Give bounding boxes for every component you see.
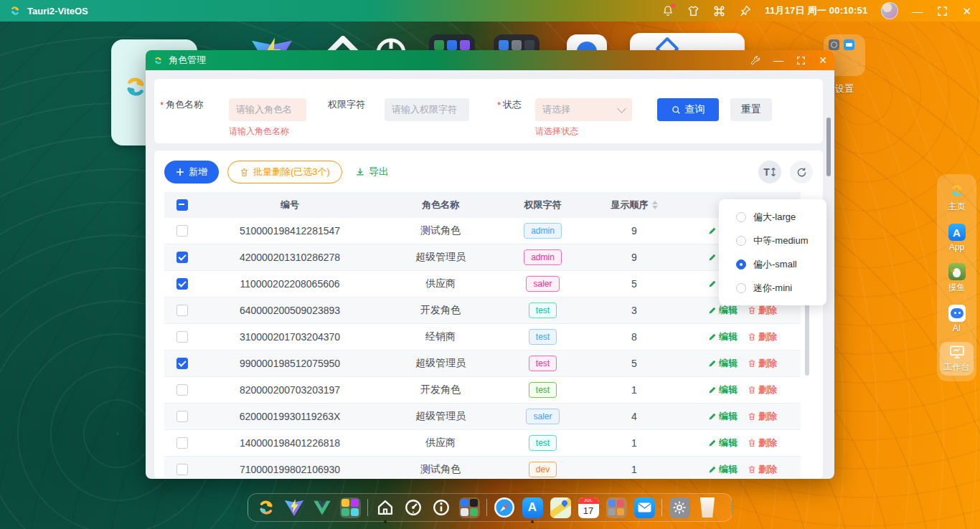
edit-button[interactable]: 编辑 bbox=[708, 304, 738, 317]
window-scrollbar[interactable] bbox=[826, 118, 831, 176]
row-name: 超级管理员 bbox=[380, 357, 501, 370]
role-name-input[interactable]: 请输入角色名 bbox=[229, 98, 306, 121]
sidebar-item-app[interactable]: A App bbox=[940, 221, 974, 254]
permission-tag: test bbox=[529, 356, 557, 371]
calendar-icon[interactable]: JUL17 bbox=[578, 497, 599, 518]
row-checkbox[interactable] bbox=[176, 252, 188, 263]
home-icon[interactable] bbox=[374, 497, 396, 518]
select-all-checkbox[interactable] bbox=[176, 199, 188, 211]
trash-icon[interactable] bbox=[697, 497, 718, 518]
row-checkbox[interactable] bbox=[176, 225, 188, 237]
search-button[interactable]: 查询 bbox=[657, 98, 719, 121]
delete-button-label: 删除 bbox=[758, 304, 777, 317]
delete-button[interactable]: 删除 bbox=[748, 410, 777, 423]
app-store-icon[interactable]: A bbox=[522, 497, 543, 518]
refresh-icon[interactable] bbox=[790, 161, 813, 184]
mail-icon[interactable] bbox=[633, 497, 655, 518]
batch-delete-button[interactable]: 批量删除(已选3个) bbox=[227, 161, 342, 184]
launchpad-folder-icon[interactable] bbox=[606, 497, 627, 518]
permission-input[interactable]: 请输入权限字符 bbox=[385, 98, 469, 121]
delete-button[interactable]: 删除 bbox=[748, 330, 777, 343]
minimize-icon[interactable]: — bbox=[912, 6, 923, 16]
table-scrollbar[interactable] bbox=[805, 304, 809, 376]
text-size-icon[interactable]: T bbox=[758, 161, 781, 184]
sidebar-item-workbench[interactable]: 工作台 bbox=[940, 342, 974, 376]
trash-icon bbox=[748, 439, 756, 447]
header-name: 角色名称 bbox=[380, 199, 501, 211]
header-order: 显示顺序 bbox=[584, 199, 684, 211]
status-select[interactable]: 请选择 bbox=[535, 98, 632, 121]
text-size-option[interactable]: 迷你-mini bbox=[719, 276, 826, 300]
menu-option-label: 偏小-small bbox=[753, 258, 797, 271]
window-close-icon[interactable]: ✕ bbox=[819, 54, 827, 66]
window-titlebar[interactable]: 角色管理 — ✕ bbox=[146, 50, 834, 70]
duck-icon bbox=[948, 263, 966, 280]
delete-button[interactable]: 删除 bbox=[748, 463, 777, 476]
window-minimize-icon[interactable]: — bbox=[773, 54, 783, 66]
dashboard-gauge-icon[interactable] bbox=[402, 497, 424, 518]
add-button[interactable]: 新增 bbox=[164, 161, 219, 184]
settings-gear-icon[interactable] bbox=[669, 497, 690, 518]
row-checkbox[interactable] bbox=[176, 358, 188, 369]
delete-button[interactable]: 删除 bbox=[748, 437, 777, 449]
info-icon[interactable] bbox=[430, 497, 452, 518]
workbench-monitor-icon bbox=[949, 344, 965, 360]
table-row: 510000198412281547 测试角色 admin 9 编辑 删除 bbox=[164, 218, 801, 244]
pin-icon[interactable] bbox=[739, 5, 751, 17]
edit-button[interactable]: 编辑 bbox=[708, 410, 738, 423]
delete-button[interactable]: 删除 bbox=[748, 357, 777, 370]
sidebar-item-home[interactable]: 主页 bbox=[940, 180, 974, 215]
apps-folder-icon[interactable] bbox=[458, 497, 480, 518]
export-button[interactable]: 导出 bbox=[355, 166, 389, 178]
window-maximize-icon[interactable] bbox=[796, 56, 806, 65]
edit-button[interactable]: 编辑 bbox=[708, 330, 738, 343]
row-checkbox[interactable] bbox=[176, 278, 188, 290]
fullscreen-icon[interactable] bbox=[936, 5, 948, 17]
row-checkbox[interactable] bbox=[176, 384, 188, 396]
bell-icon[interactable] bbox=[661, 5, 674, 17]
edit-button[interactable]: 编辑 bbox=[708, 437, 738, 449]
sort-caret-icon[interactable] bbox=[652, 201, 658, 209]
row-checkbox[interactable] bbox=[176, 437, 188, 449]
tauri-logo-icon[interactable] bbox=[255, 497, 277, 518]
edit-pencil-icon bbox=[708, 412, 717, 421]
system-clock[interactable]: 11月17日 周一 00:10:51 bbox=[765, 4, 867, 17]
text-size-option[interactable]: 中等-medium bbox=[719, 229, 826, 252]
edit-button[interactable]: 编辑 bbox=[708, 357, 738, 370]
wrench-icon[interactable] bbox=[750, 55, 760, 65]
user-avatar[interactable] bbox=[881, 2, 898, 19]
trash-icon bbox=[748, 412, 756, 421]
row-name: 测试角色 bbox=[380, 463, 501, 476]
status-label-wrap: * 状态 bbox=[497, 98, 535, 111]
safari-icon[interactable] bbox=[494, 497, 515, 518]
reset-button[interactable]: 重置 bbox=[730, 98, 772, 121]
row-checkbox[interactable] bbox=[176, 331, 188, 343]
theme-skin-icon[interactable] bbox=[687, 5, 699, 17]
close-icon[interactable]: ✕ bbox=[962, 6, 971, 16]
edit-button[interactable]: 编辑 bbox=[708, 463, 738, 476]
permission-tag: saler bbox=[526, 409, 559, 424]
sidebar-item-ai[interactable]: AI bbox=[940, 302, 974, 335]
dev-folder-icon[interactable] bbox=[339, 497, 361, 518]
edit-button-label: 编辑 bbox=[719, 437, 738, 449]
text-size-option[interactable]: 偏小-small bbox=[719, 252, 826, 276]
text-size-option[interactable]: 偏大-large bbox=[719, 205, 826, 229]
command-icon[interactable] bbox=[713, 5, 725, 17]
row-checkbox[interactable] bbox=[176, 411, 188, 422]
row-order: 4 bbox=[584, 411, 684, 422]
clock-icon bbox=[829, 39, 839, 50]
vue-logo-icon[interactable] bbox=[311, 497, 333, 518]
maps-icon[interactable] bbox=[550, 497, 571, 518]
row-id: 420000201310286278 bbox=[200, 252, 380, 263]
edit-button[interactable]: 编辑 bbox=[708, 383, 738, 396]
row-checkbox[interactable] bbox=[176, 305, 188, 316]
role-name-label-wrap: * 角色名称 bbox=[160, 98, 229, 111]
os-brand[interactable]: Tauri2-ViteOS bbox=[9, 4, 88, 17]
delete-button[interactable]: 删除 bbox=[748, 383, 777, 396]
sidebar-item-moyu[interactable]: 摸鱼 bbox=[940, 261, 974, 296]
vite-logo-icon[interactable] bbox=[283, 497, 305, 518]
row-checkbox[interactable] bbox=[176, 464, 188, 475]
row-order: 1 bbox=[584, 464, 684, 475]
trash-icon bbox=[748, 306, 756, 315]
delete-button[interactable]: 删除 bbox=[748, 304, 777, 317]
